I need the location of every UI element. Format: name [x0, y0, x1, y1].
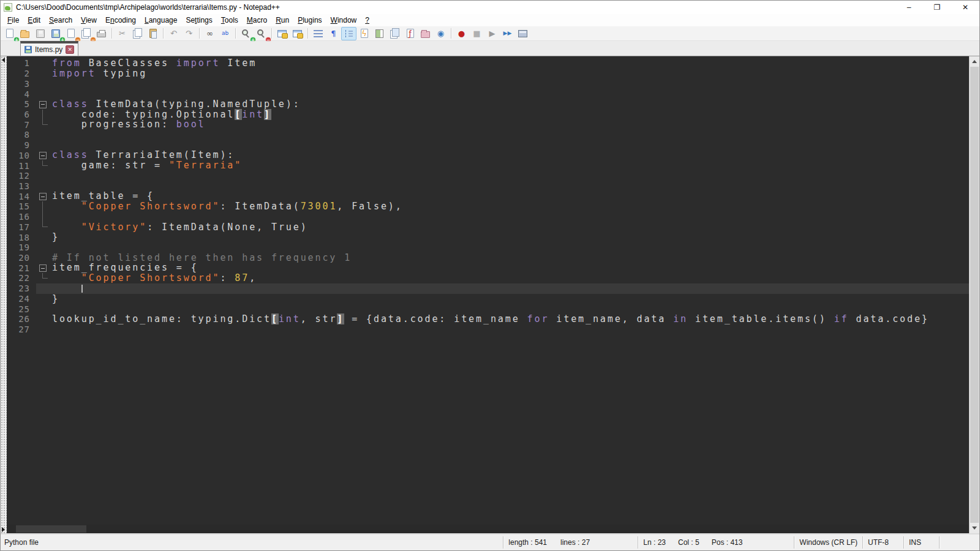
- save-icon[interactable]: [32, 27, 48, 40]
- paste-icon[interactable]: [145, 27, 160, 40]
- code-line-17[interactable]: 17 "Victory": ItemData(None, True): [7, 222, 969, 233]
- code-line-4[interactable]: 4: [7, 89, 969, 99]
- code-line-6[interactable]: 6 code: typing.Optional[int]: [7, 110, 969, 120]
- menu-item-macro[interactable]: Macro: [243, 15, 271, 26]
- dock-splitter[interactable]: [1, 56, 7, 533]
- code-line-8[interactable]: 8: [7, 130, 969, 140]
- status-eol-format[interactable]: Windows (CR LF): [794, 536, 862, 549]
- menu-item-view[interactable]: View: [77, 15, 101, 26]
- code-line-27[interactable]: 27: [7, 324, 969, 335]
- fold-margin: [34, 69, 52, 79]
- tab-close-icon[interactable]: ✕: [66, 45, 74, 54]
- code-line-11[interactable]: 11 game: str = "Terraria": [7, 160, 969, 171]
- open-file-icon[interactable]: [17, 27, 32, 40]
- copy-icon[interactable]: [130, 27, 145, 40]
- cut-icon[interactable]: ✂: [115, 27, 130, 40]
- document-list-icon[interactable]: [387, 27, 402, 40]
- tab-items-py[interactable]: Items.py ✕: [20, 41, 78, 56]
- macro-run-multiple-icon[interactable]: ▶▶: [500, 27, 515, 40]
- function-completion-icon[interactable]: ϟ: [356, 27, 372, 40]
- code-line-19[interactable]: 19: [7, 242, 969, 253]
- print-icon[interactable]: [94, 27, 109, 40]
- code-editor[interactable]: 1from BaseClasses import Item2import typ…: [7, 56, 969, 525]
- code-line-13[interactable]: 13: [7, 181, 969, 192]
- redo-icon[interactable]: ↷: [181, 27, 197, 40]
- status-cursor-position[interactable]: Ln : 23 Col : 5 Pos : 413: [638, 536, 794, 549]
- status-insert-mode[interactable]: INS: [903, 536, 939, 549]
- minimize-button[interactable]: –: [895, 1, 923, 14]
- code-line-20[interactable]: 20# If not listed here then has frequenc…: [7, 253, 969, 263]
- macro-save-icon[interactable]: [515, 27, 530, 40]
- code-line-25[interactable]: 25: [7, 304, 969, 314]
- menu-item-language[interactable]: Language: [140, 15, 181, 26]
- menu-item-file[interactable]: File: [3, 15, 23, 26]
- code-line-1[interactable]: 1from BaseClasses import Item: [7, 58, 969, 69]
- vertical-scrollbar[interactable]: [969, 56, 979, 533]
- save-all-icon[interactable]: +: [48, 27, 63, 40]
- fold-collapse-icon[interactable]: [34, 191, 52, 201]
- code-line-24[interactable]: 24}: [7, 294, 969, 304]
- menu-item-run[interactable]: Run: [271, 15, 293, 26]
- line-number: 8: [7, 130, 34, 140]
- menu-item-encoding[interactable]: Encoding: [101, 15, 140, 26]
- code-line-7[interactable]: 7 progression: bool: [7, 119, 969, 130]
- scroll-up-icon[interactable]: [970, 56, 979, 67]
- code-line-18[interactable]: 18}: [7, 232, 969, 242]
- code-line-12[interactable]: 12: [7, 171, 969, 181]
- sync-horizontal-scroll-icon[interactable]: [290, 27, 305, 40]
- scroll-down-icon[interactable]: [970, 523, 979, 533]
- code-line-14[interactable]: 14item_table = {: [7, 191, 969, 201]
- code-line-23[interactable]: 23: [7, 283, 969, 294]
- menu-item-tools[interactable]: Tools: [217, 15, 243, 26]
- macro-record-icon[interactable]: ●: [454, 27, 469, 40]
- code-line-15[interactable]: 15 "Copper Shortsword": ItemData(73001, …: [7, 201, 969, 212]
- code-line-22[interactable]: 22 "Copper Shortsword": 87,: [7, 273, 969, 283]
- close-window-button[interactable]: ✕: [951, 1, 979, 14]
- close-all-icon[interactable]: −: [78, 27, 94, 40]
- maximize-button[interactable]: ❐: [923, 1, 951, 14]
- dock-collapse-left-icon[interactable]: [2, 58, 5, 62]
- fold-collapse-icon[interactable]: [34, 263, 52, 273]
- zoom-out-icon[interactable]: −: [254, 27, 269, 40]
- replace-icon[interactable]: ab: [217, 27, 233, 40]
- find-icon[interactable]: ∞: [202, 27, 217, 40]
- code-line-16[interactable]: 16: [7, 212, 969, 222]
- vertical-scrollbar-track[interactable]: [970, 67, 979, 523]
- code-line-10[interactable]: 10class TerrariaItem(Item):: [7, 150, 969, 160]
- status-doc-type[interactable]: Python file: [1, 536, 503, 549]
- folder-as-workspace-icon[interactable]: [418, 27, 433, 40]
- status-encoding[interactable]: UTF-8: [862, 536, 903, 549]
- code-line-21[interactable]: 21item_frequencies = {: [7, 263, 969, 273]
- code-line-26[interactable]: 26lookup_id_to_name: typing.Dict[int, st…: [7, 314, 969, 324]
- word-wrap-icon[interactable]: [311, 27, 326, 40]
- new-file-icon[interactable]: +: [2, 27, 17, 40]
- menu-item-plugins[interactable]: Plugins: [293, 15, 326, 26]
- function-list-icon[interactable]: ƒ: [402, 27, 418, 40]
- zoom-in-icon[interactable]: +: [238, 27, 254, 40]
- menu-item-settings[interactable]: Settings: [181, 15, 216, 26]
- horizontal-scrollbar[interactable]: [7, 525, 969, 533]
- show-all-characters-icon[interactable]: ¶: [326, 27, 341, 40]
- menu-item-[interactable]: ?: [361, 15, 374, 26]
- code-line-5[interactable]: 5class ItemData(typing.NamedTuple):: [7, 99, 969, 110]
- horizontal-scrollbar-thumb[interactable]: [16, 525, 86, 533]
- menu-item-search[interactable]: Search: [45, 15, 77, 26]
- monitoring-icon[interactable]: ◉: [433, 27, 448, 40]
- fold-collapse-icon[interactable]: [34, 150, 52, 160]
- sync-vertical-scroll-icon[interactable]: [274, 27, 290, 40]
- status-length-lines[interactable]: length : 541 lines : 27: [503, 536, 638, 549]
- code-line-3[interactable]: 3: [7, 78, 969, 89]
- close-icon[interactable]: −: [63, 27, 78, 40]
- document-map-icon[interactable]: [372, 27, 387, 40]
- menu-item-edit[interactable]: Edit: [23, 15, 45, 26]
- dock-expand-right-icon[interactable]: [2, 527, 5, 532]
- fold-collapse-icon[interactable]: [34, 99, 52, 110]
- code-line-9[interactable]: 9: [7, 140, 969, 151]
- code-line-2[interactable]: 2import typing: [7, 69, 969, 79]
- undo-icon[interactable]: ↶: [166, 27, 181, 40]
- vertical-scrollbar-thumb[interactable]: [970, 67, 979, 523]
- menu-item-window[interactable]: Window: [326, 15, 361, 26]
- show-indent-guide-icon[interactable]: [341, 27, 356, 40]
- macro-play-icon[interactable]: ▶: [484, 27, 500, 40]
- macro-stop-icon[interactable]: ■: [469, 27, 484, 40]
